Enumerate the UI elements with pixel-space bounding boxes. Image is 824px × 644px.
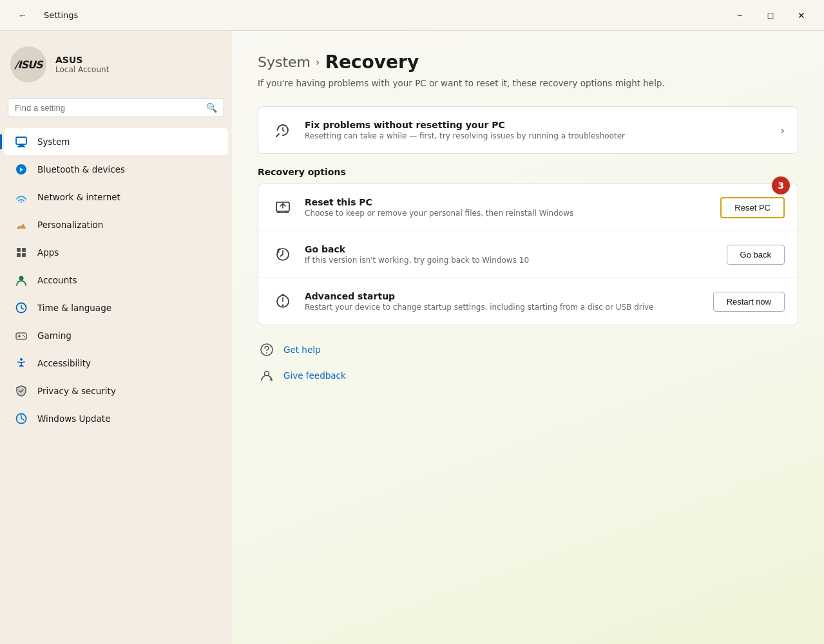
breadcrumb-parent: System [258,54,311,70]
go-back-subtitle: If this version isn't working, try going… [305,256,716,265]
sidebar-item-bluetooth-label: Bluetooth & devices [37,164,125,175]
main-content: System › Recovery If you're having probl… [232,31,824,644]
go-back-button[interactable]: Go back [727,245,785,265]
close-button[interactable]: ✕ [787,5,816,26]
svg-rect-5 [17,248,21,252]
svg-point-9 [19,276,24,281]
window-title: Settings [44,10,78,20]
gaming-icon [14,328,28,343]
avatar: /ISUS [10,46,46,82]
privacy-icon [14,384,28,398]
sidebar-item-personalization[interactable]: Personalization [4,211,228,238]
advanced-startup-icon [271,290,294,313]
svg-point-21 [266,352,267,354]
sidebar-item-apps[interactable]: Apps [4,239,228,266]
links-section: Get help Give feedback [258,341,798,384]
advanced-startup-text: Advanced startup Restart your device to … [305,291,703,312]
svg-point-14 [20,358,23,361]
bluetooth-icon [14,162,28,176]
fix-problems-chevron: › [781,124,785,137]
fix-problems-text: Fix problems without resetting your PC R… [305,120,771,140]
sidebar-item-privacy[interactable]: Privacy & security [4,377,228,404]
accounts-icon [14,273,28,287]
breadcrumb-current: Recovery [325,52,419,73]
go-back-action: Go back [727,245,785,265]
asus-logo: /ISUS [15,59,43,71]
apps-icon [14,245,28,260]
reset-pc-button[interactable]: Reset PC [720,197,785,218]
sidebar-item-apps-label: Apps [37,247,59,258]
sidebar-item-network[interactable]: Network & internet [4,184,228,211]
svg-rect-2 [17,146,25,147]
back-button[interactable]: ← [8,5,37,26]
give-feedback-icon [258,366,276,384]
sidebar-item-time-label: Time & language [37,303,111,313]
user-section: /ISUS ASUS Local Account [0,41,232,98]
search-icon: 🔍 [206,102,217,113]
svg-rect-8 [22,253,26,257]
window-controls: − □ ✕ [725,5,816,26]
fix-problems-subtitle: Resetting can take a while — first, try … [305,131,771,140]
network-icon [14,190,28,204]
breadcrumb-arrow: › [316,56,320,68]
sidebar-item-system-label: System [37,137,70,147]
advanced-startup-subtitle: Restart your device to change startup se… [305,303,703,312]
svg-point-13 [24,336,25,337]
maximize-button[interactable]: □ [756,5,785,26]
go-back-title: Go back [305,244,716,254]
user-account-type: Local Account [55,65,109,74]
advanced-startup-title: Advanced startup [305,291,703,301]
sidebar-item-accessibility-label: Accessibility [37,358,91,368]
give-feedback-link[interactable]: Give feedback [258,366,798,384]
go-back-text: Go back If this version isn't working, t… [305,244,716,265]
fix-problems-title: Fix problems without resetting your PC [305,120,771,130]
sidebar: /ISUS ASUS Local Account 🔍 [0,31,232,644]
accessibility-icon [14,356,28,370]
restart-now-button[interactable]: Restart now [713,292,785,312]
fix-problems-item[interactable]: Fix problems without resetting your PC R… [258,107,798,153]
step-badge: 3 [772,176,790,194]
minimize-button[interactable]: − [725,5,754,26]
advanced-startup-action: Restart now [713,292,785,312]
recovery-options-card: Reset this PC Choose to keep or remove y… [258,184,798,325]
go-back-item: Go back If this version isn't working, t… [258,231,798,278]
sidebar-item-update[interactable]: Windows Update [4,405,228,432]
search-input[interactable] [15,103,201,113]
svg-rect-6 [22,248,26,252]
recovery-section-title: Recovery options [258,167,798,177]
sidebar-item-gaming[interactable]: Gaming [4,322,228,349]
svg-rect-7 [17,253,21,257]
sidebar-item-network-label: Network & internet [37,192,120,202]
reset-pc-item: Reset this PC Choose to keep or remove y… [258,184,798,231]
sidebar-item-gaming-label: Gaming [37,330,72,341]
go-back-icon [271,243,294,266]
reset-pc-action: 3 Reset PC [720,197,785,218]
svg-rect-0 [16,137,26,144]
reset-pc-title: Reset this PC [305,197,710,207]
get-help-icon [258,341,276,359]
sidebar-item-accessibility[interactable]: Accessibility [4,350,228,377]
search-container: 🔍 [0,98,232,128]
user-info: ASUS Local Account [55,55,109,74]
sidebar-item-system[interactable]: System [4,128,228,155]
update-icon [14,412,28,426]
system-icon [14,135,28,149]
user-name: ASUS [55,55,109,65]
app-container: /ISUS ASUS Local Account 🔍 [0,31,824,644]
fix-problems-icon [271,118,294,142]
reset-pc-text: Reset this PC Choose to keep or remove y… [305,197,710,218]
svg-point-12 [23,335,24,336]
sidebar-item-privacy-label: Privacy & security [37,386,116,396]
sidebar-item-accounts-label: Accounts [37,275,77,285]
page-description: If you're having problems with your PC o… [258,78,798,88]
reset-pc-subtitle: Choose to keep or remove your personal f… [305,209,710,218]
search-box[interactable]: 🔍 [8,98,224,117]
chevron-right-icon: › [781,124,785,137]
sidebar-item-accounts[interactable]: Accounts [4,267,228,294]
sidebar-item-bluetooth[interactable]: Bluetooth & devices [4,156,228,183]
get-help-link[interactable]: Get help [258,341,798,359]
sidebar-item-update-label: Windows Update [37,413,110,424]
svg-point-4 [21,202,22,203]
title-bar-left: ← Settings [8,5,78,26]
sidebar-item-time[interactable]: Time & language [4,294,228,321]
